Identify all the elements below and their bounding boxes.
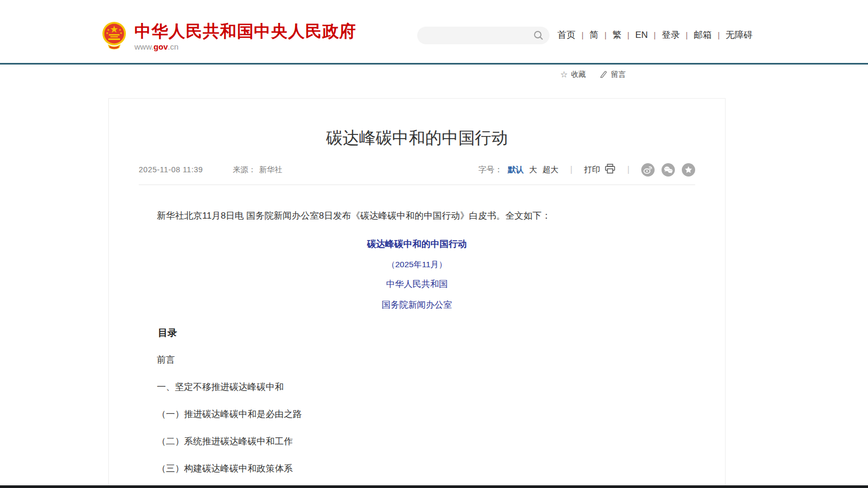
print-label: 打印 (584, 165, 600, 175)
top-nav: 首页 | 简 | 繁 | EN | 登录 | 邮箱 | 无障碍 (558, 29, 753, 41)
printer-icon (604, 164, 616, 175)
weibo-icon (641, 163, 655, 177)
meta-separator: | (570, 165, 572, 174)
article-title: 碳达峰碳中和的中国行动 (139, 110, 695, 149)
fontsize-xlarge-button[interactable]: 超大 (543, 165, 559, 175)
nav-item-english[interactable]: EN (635, 30, 648, 41)
meta-separator: | (627, 165, 630, 174)
footer-top-edge (0, 485, 868, 488)
message-label: 留言 (611, 70, 626, 79)
article-source: 新华社 (259, 165, 283, 175)
message-pen-icon (600, 70, 608, 79)
article-date: 2025-11-08 11:39 (139, 165, 203, 174)
nav-separator: | (582, 30, 584, 39)
site-url-www: www. (134, 42, 154, 51)
article-meta-row: 2025-11-08 11:39 来源： 新华社 字号： 默认 大 超大 | 打… (139, 163, 695, 185)
nav-item-accessibility[interactable]: 无障碍 (726, 29, 753, 41)
article-meta-left: 2025-11-08 11:39 来源： 新华社 (139, 165, 282, 175)
favorite-label: 收藏 (571, 70, 586, 79)
toc-item-section1-3: （三）构建碳达峰碳中和政策体系 (139, 462, 695, 475)
share-wechat-button[interactable] (662, 163, 675, 177)
toc-item-section1: 一、坚定不移推进碳达峰碳中和 (139, 381, 695, 394)
document-org-line1: 中华人民共和国 (139, 278, 695, 290)
nav-item-traditional[interactable]: 繁 (612, 29, 622, 41)
page: 中华人民共和国中央人民政府 www.gov.cn 首页 | 简 | 繁 | EN… (0, 0, 868, 488)
site-url: www.gov.cn (134, 42, 356, 51)
message-button[interactable]: 留言 (600, 70, 626, 79)
nav-separator: | (654, 30, 656, 39)
site-title: 中华人民共和国中央人民政府 (134, 22, 356, 41)
document-org-line2: 国务院新闻办公室 (139, 299, 695, 311)
site-logo-link[interactable]: 中华人民共和国中央人民政府 www.gov.cn (101, 20, 356, 53)
toc-item-preface: 前言 (139, 354, 695, 366)
nav-item-mail[interactable]: 邮箱 (694, 29, 712, 41)
nav-item-home[interactable]: 首页 (558, 29, 576, 41)
site-title-block: 中华人民共和国中央人民政府 www.gov.cn (134, 22, 356, 51)
print-button[interactable]: 打印 (584, 164, 616, 175)
share-weibo-button[interactable] (641, 163, 655, 177)
favorite-button[interactable]: ☆ 收藏 (560, 70, 586, 79)
share-star-icon (682, 163, 695, 177)
fontsize-label: 字号： (479, 165, 503, 175)
site-url-cn: .cn (168, 42, 179, 51)
search-icon[interactable] (533, 30, 544, 41)
article-body: 新华社北京11月8日电 国务院新闻办公室8日发布《碳达峰碳中和的中国行动》白皮书… (139, 210, 695, 488)
share-more-button[interactable] (682, 163, 695, 177)
article-meta-right: 字号： 默认 大 超大 | 打印 (479, 163, 695, 177)
nav-item-simplified[interactable]: 简 (590, 29, 599, 41)
nav-separator: | (627, 30, 630, 39)
favorite-star-icon: ☆ (560, 70, 568, 79)
toc-item-section1-2: （二）系统推进碳达峰碳中和工作 (139, 435, 695, 448)
fontsize-large-button[interactable]: 大 (529, 165, 537, 175)
toc-item-section1-1: （一）推进碳达峰碳中和是必由之路 (139, 408, 695, 421)
document-date: （2025年11月） (139, 259, 695, 270)
wechat-icon (662, 163, 675, 177)
page-actions: ☆ 收藏 留言 (560, 70, 626, 79)
lead-paragraph: 新华社北京11月8日电 国务院新闻办公室8日发布《碳达峰碳中和的中国行动》白皮书… (139, 210, 695, 222)
site-header: 中华人民共和国中央人民政府 www.gov.cn 首页 | 简 | 繁 | EN… (0, 0, 868, 65)
article-card: 碳达峰碳中和的中国行动 2025-11-08 11:39 来源： 新华社 字号：… (108, 98, 726, 488)
fontsize-default-button[interactable]: 默认 (508, 165, 524, 175)
article-source-label: 来源： (233, 165, 256, 175)
nav-separator: | (718, 30, 720, 39)
nav-separator: | (604, 30, 607, 39)
nav-item-login[interactable]: 登录 (662, 29, 680, 41)
share-icons (641, 163, 695, 177)
search-input[interactable] (426, 27, 530, 44)
site-url-gov: gov (154, 42, 168, 51)
nav-separator: | (686, 30, 688, 39)
search-box (417, 27, 550, 44)
national-emblem-icon (101, 20, 127, 53)
document-title: 碳达峰碳中和的中国行动 (139, 238, 695, 250)
toc-heading: 目录 (139, 326, 695, 339)
